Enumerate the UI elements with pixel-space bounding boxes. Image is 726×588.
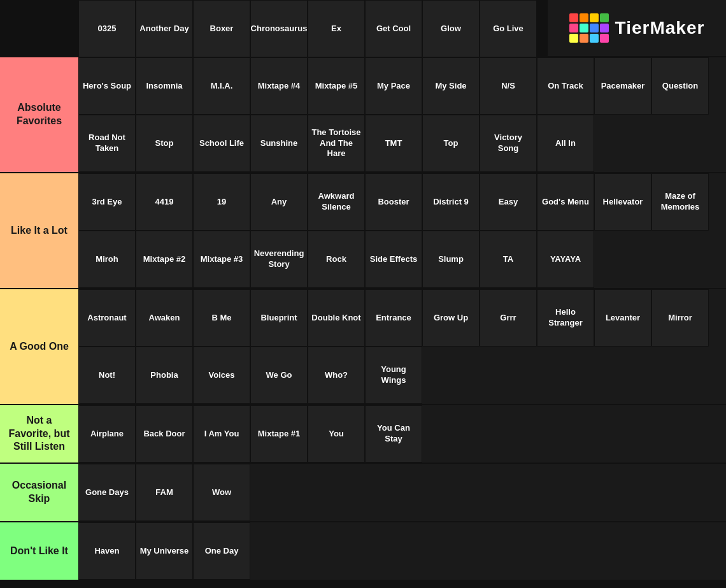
logo-color-cell [600,34,609,43]
tier-label: Like It a Lot [0,173,78,288]
song-cell[interactable]: Slump [422,231,480,288]
song-cell[interactable]: You [308,405,365,463]
logo-color-cell [600,24,609,32]
song-cell[interactable]: All In [537,115,594,172]
header-song-cell[interactable]: Ex [308,0,365,57]
header-song-cell[interactable]: Glow [422,0,480,57]
song-cell[interactable]: Mixtape #1 [250,405,308,463]
song-cell[interactable]: Voices [193,347,250,404]
song-cell[interactable]: Haven [78,522,136,580]
song-cell[interactable]: Mixtape #3 [193,231,250,288]
song-cell[interactable]: My Side [422,57,480,115]
header-song-cell[interactable]: 0325 [78,0,136,57]
song-cell[interactable]: Question [651,57,709,115]
tier-not-a-favorite: Not a Favorite, but Still ListenAirplane… [0,405,726,464]
song-cell[interactable]: Road Not Taken [78,115,136,172]
song-cell[interactable]: Blueprint [250,289,308,347]
song-cell[interactable]: Booster [365,173,422,231]
song-cell[interactable]: 4419 [136,173,193,231]
song-cell[interactable]: Who? [308,347,365,404]
song-cell[interactable]: Grow Up [422,289,480,347]
tier-like-it-a-lot: Like It a Lot3rd Eye441919AnyAwkward Sil… [0,173,726,289]
song-cell[interactable]: Wow [193,464,250,521]
song-cell[interactable]: Awkward Silence [308,173,365,231]
logo-color-cell [569,13,578,22]
song-cell[interactable]: Pacemaker [594,57,651,115]
header-song-cell[interactable]: Chronosaurus [250,0,308,57]
song-cell[interactable]: TA [480,231,537,288]
tier-label: A Good One [0,289,78,404]
songs-area: AirplaneBack DoorI Am YouMixtape #1YouYo… [78,405,726,463]
logo-color-cell [590,34,599,43]
song-cell[interactable]: Entrance [365,289,422,347]
song-cell[interactable]: Victory Song [480,115,537,172]
song-cell[interactable]: District 9 [422,173,480,231]
song-cell[interactable]: We Go [250,347,308,404]
logo-grid [569,13,609,43]
song-cell[interactable]: Maze of Memories [651,173,709,231]
song-cell[interactable]: YAYAYA [537,231,594,288]
logo-color-cell [580,34,588,43]
song-cell[interactable]: Easy [480,173,537,231]
song-cell[interactable]: Insomnia [136,57,193,115]
song-cell[interactable]: Mixtape #5 [308,57,365,115]
song-cell[interactable]: N/S [480,57,537,115]
song-cell[interactable]: Hellevator [594,173,651,231]
song-cell[interactable]: Airplane [78,405,136,463]
song-cell[interactable]: B Me [193,289,250,347]
tier-absolute-favorites: Absolute FavoritesHero's SoupInsomniaM.I… [0,57,726,173]
logo-color-cell [580,13,588,22]
tier-a-good-one: A Good OneAstronautAwakenB MeBlueprintDo… [0,289,726,405]
song-cell[interactable]: Double Knot [308,289,365,347]
song-cell[interactable]: The Tortoise And The Hare [308,115,365,172]
tiers-container: Absolute FavoritesHero's SoupInsomniaM.I… [0,57,726,581]
song-cell[interactable]: Grrr [480,289,537,347]
header-song-cell[interactable]: Another Day [136,0,193,57]
tier-label: Not a Favorite, but Still Listen [0,405,78,463]
song-cell[interactable]: Any [250,173,308,231]
song-cell[interactable]: My Pace [365,57,422,115]
song-cell[interactable]: Top [422,115,480,172]
song-cell[interactable]: Astronaut [78,289,136,347]
song-cell[interactable]: Phobia [136,347,193,404]
song-cell[interactable]: Young Wings [365,347,422,404]
song-cell[interactable]: Sunshine [250,115,308,172]
logo-color-cell [569,24,578,32]
header-label [0,0,78,56]
tier-label: Don't Like It [0,522,78,580]
song-cell[interactable]: 19 [193,173,250,231]
song-cell[interactable]: FAM [136,464,193,521]
tiermaker-logo: TierMaker [569,13,705,43]
song-cell[interactable]: I Am You [193,405,250,463]
song-cell[interactable]: Hello Stranger [537,289,594,347]
tier-maker-app: 0325Another DayBoxerChronosaurusExGet Co… [0,0,726,581]
song-cell[interactable]: Back Door [136,405,193,463]
header-song-cell[interactable]: Boxer [193,0,250,57]
song-cell[interactable]: School Life [193,115,250,172]
song-cell[interactable]: God's Menu [537,173,594,231]
song-cell[interactable]: On Track [537,57,594,115]
song-cell[interactable]: Mixtape #4 [250,57,308,115]
song-cell[interactable]: Miroh [78,231,136,288]
song-cell[interactable]: Mixtape #2 [136,231,193,288]
song-cell[interactable]: M.I.A. [193,57,250,115]
song-cell[interactable]: Not! [78,347,136,404]
song-cell[interactable]: Gone Days [78,464,136,521]
header-song-cell[interactable]: Go Live [480,0,537,57]
song-cell[interactable]: TMT [365,115,422,172]
logo-color-cell [580,24,588,32]
header-song-cell[interactable]: Get Cool [365,0,422,57]
song-cell[interactable]: My Universe [136,522,193,580]
song-cell[interactable]: Stop [136,115,193,172]
song-cell[interactable]: You Can Stay [365,405,422,463]
song-cell[interactable]: Awaken [136,289,193,347]
song-cell[interactable]: Side Effects [365,231,422,288]
song-cell[interactable]: Hero's Soup [78,57,136,115]
song-cell[interactable]: 3rd Eye [78,173,136,231]
song-cell[interactable]: Rock [308,231,365,288]
song-cell[interactable]: Mirror [651,289,709,347]
logo-color-cell [590,13,599,22]
song-cell[interactable]: Levanter [594,289,651,347]
song-cell[interactable]: Neverending Story [250,231,308,288]
song-cell[interactable]: One Day [193,522,250,580]
